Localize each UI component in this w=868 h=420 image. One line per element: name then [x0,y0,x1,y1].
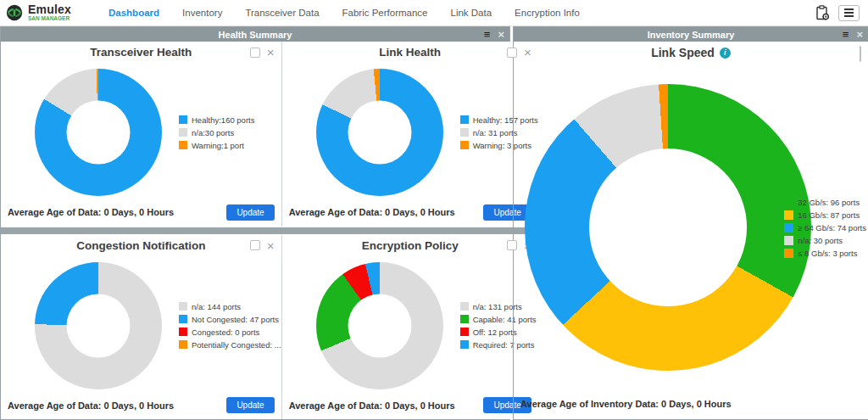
widget-title: Encryption Policy [362,239,459,252]
congestion-notification-chart: n/a: 144 portsNot Congested: 47 portsCon… [1,256,281,396]
legend-label: ≥ 64 Gb/s: 74 ports [798,223,866,232]
legend-swatch [179,141,187,149]
avg-age-text: Average Age of Data: 0 Days, 0 Hours [289,400,455,411]
legend-label: n/a: 31 ports [473,128,518,137]
link-health-donut [316,69,443,196]
update-button[interactable]: Update [226,204,274,221]
legend-swatch [784,236,793,245]
nav-tab-transceiver-data[interactable]: Transceiver Data [245,8,319,18]
legend-swatch [460,340,469,349]
brand-subtitle: SAN MANAGER [28,16,71,22]
row-splitter[interactable] [1,227,538,235]
brand: Emulex SAN MANAGER [5,3,90,22]
widget-congestion-notification: Congestion Notification × n/a: 144 ports… [1,235,282,420]
legend-item: n/a: 30 ports [784,236,866,245]
navbar-actions [815,5,860,21]
legend-item: Congested: 0 ports [179,328,281,337]
link-speed-donut [525,84,811,371]
legend-label: Congested: 0 ports [192,328,259,337]
widget-close-icon[interactable]: × [267,240,275,251]
legend-label: n/a: 30 ports [798,236,843,245]
legend-swatch [460,115,469,124]
widget-title: Link Health [379,46,441,59]
widget-checkbox[interactable] [860,46,861,62]
dashboard-main: Health Summary ≡ × Transceiver Health × [0,26,868,420]
legend-item: Healthy:160 ports [179,115,254,125]
report-export-icon[interactable] [815,5,830,21]
widget-close-icon[interactable]: × [267,47,275,58]
legend-label: Not Congested: 47 ports [192,315,279,324]
info-icon[interactable]: i [720,48,731,59]
link-health-chart: Healthy: 157 portsn/a: 31 portsWarning: … [282,63,538,203]
health-summary-header: Health Summary ≡ × [1,27,509,42]
avg-age-text: Average Age of Data: 0 Days, 0 Hours [289,207,455,217]
legend-swatch [460,141,469,149]
main-nav: DashboardInventoryTransceiver DataFabric… [108,8,580,18]
health-summary-panel: Health Summary ≡ × Transceiver Health × [0,26,510,420]
encryption-policy-donut [316,262,443,389]
widget-transceiver-health: Transceiver Health × Healthy:160 portsn/… [1,42,282,227]
avg-inventory-age-text: Average Age of Inventory Data: 0 Days, 0… [520,399,732,409]
legend-label: n/a:30 ports [192,128,234,137]
legend-swatch [460,302,469,311]
legend-item: ≤ 8 Gb/s: 3 ports [784,249,866,258]
legend-label: ≤ 8 Gb/s: 3 ports [798,249,857,258]
nav-tab-link-data[interactable]: Link Data [451,8,492,18]
nav-tab-fabric-performance[interactable]: Fabric Performance [342,8,428,18]
panel-close-icon[interactable]: × [856,29,863,40]
widget-link-health: Link Health × Healthy: 157 portsn/a: 31 … [282,42,538,227]
legend-swatch [179,315,187,323]
avg-age-text: Average Age of Data: 0 Days, 0 Hours [8,400,174,411]
widget-title: Transceiver Health [90,46,192,59]
legend-swatch [784,198,793,207]
inventory-summary-header: Inventory Summary ≡ × [514,27,868,42]
transceiver-health-chart: Healthy:160 portsn/a:30 portsWarning:1 p… [1,63,281,203]
legend-swatch [784,249,793,258]
legend-label: Off: 12 ports [473,328,517,337]
widget-checkbox[interactable] [250,240,260,250]
nav-tab-inventory[interactable]: Inventory [182,8,222,18]
top-navbar: Emulex SAN MANAGER DashboardInventoryTra… [0,0,868,26]
inventory-summary-panel: Inventory Summary ≡ × Link Speed i 32 Gb… [513,26,868,420]
widget-encryption-policy: Encryption Policy × n/a: 131 portsCapabl… [282,235,538,420]
legend-label: Warning:1 port [192,141,244,150]
transceiver-health-donut [35,69,162,196]
legend-label: 32 Gb/s: 96 ports [798,198,860,207]
encryption-policy-chart: n/a: 131 portsCapable: 41 portsOff: 12 p… [282,256,538,396]
legend-swatch [179,128,187,137]
legend-swatch [179,115,187,124]
legend-item: n/a: 144 ports [179,302,281,311]
legend-swatch [784,210,793,220]
legend-swatch [179,328,187,336]
legend-item: Warning:1 port [179,141,254,150]
update-button[interactable]: Update [226,397,274,413]
link-speed-legend: 32 Gb/s: 96 ports16 Gb/s: 87 ports≥ 64 G… [784,198,866,258]
nav-tab-encryption-info[interactable]: Encryption Info [515,8,580,18]
widget-checkbox[interactable] [250,48,260,58]
avg-age-text: Average Age of Data: 0 Days, 0 Hours [8,207,174,217]
inventory-summary-title: Inventory Summary [648,30,735,40]
legend-label: Potentially Congested: ... [192,340,281,350]
legend-item: 16 Gb/s: 87 ports [784,210,866,220]
legend-item: Not Congested: 47 ports [179,315,281,324]
congestion-notification-donut [35,262,162,389]
legend-swatch [460,328,469,336]
link-speed-title: Link Speed [651,46,715,59]
legend-label: Healthy:160 ports [192,115,254,125]
legend-label: n/a: 144 ports [192,302,241,311]
legend-swatch [179,302,187,311]
link-speed-chart: 32 Gb/s: 96 ports16 Gb/s: 87 ports≥ 64 G… [514,64,868,394]
legend-item: 32 Gb/s: 96 ports [784,198,866,207]
legend-swatch [460,315,469,323]
panel-menu-icon[interactable]: ≡ [484,29,491,40]
emulex-logo-icon [5,3,24,22]
panel-close-icon[interactable]: × [498,29,504,40]
legend-item: Potentially Congested: ... [179,340,281,350]
panel-menu-icon[interactable]: ≡ [843,29,849,40]
health-summary-title: Health Summary [219,30,292,40]
transceiver-health-legend: Healthy:160 portsn/a:30 portsWarning:1 p… [179,115,254,150]
window-menu-button[interactable] [838,5,860,21]
health-widgets-grid: Transceiver Health × Healthy:160 portsn/… [1,42,509,419]
congestion-notification-legend: n/a: 144 portsNot Congested: 47 portsCon… [179,302,281,350]
nav-tab-dashboard[interactable]: Dashboard [108,8,159,18]
